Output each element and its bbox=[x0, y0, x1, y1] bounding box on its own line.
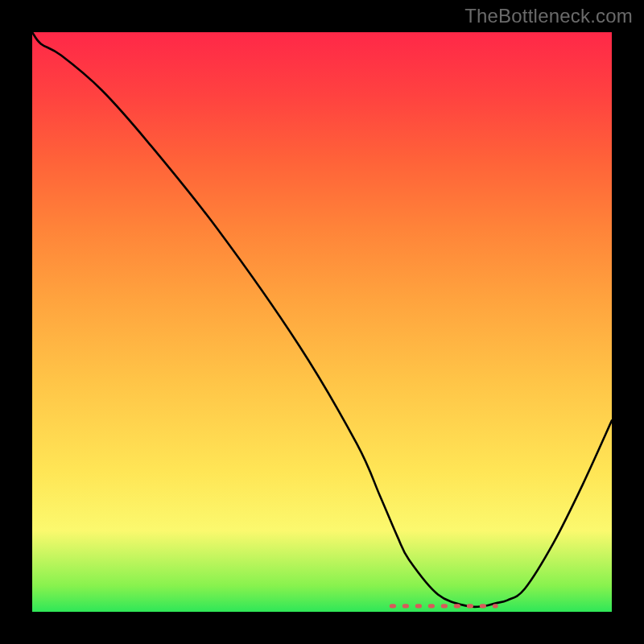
chart-curve-layer bbox=[32, 32, 612, 612]
watermark-text: TheBottleneck.com bbox=[464, 5, 633, 27]
chart-container: TheBottleneck.com bbox=[0, 0, 644, 644]
bottleneck-curve-path bbox=[32, 32, 612, 607]
